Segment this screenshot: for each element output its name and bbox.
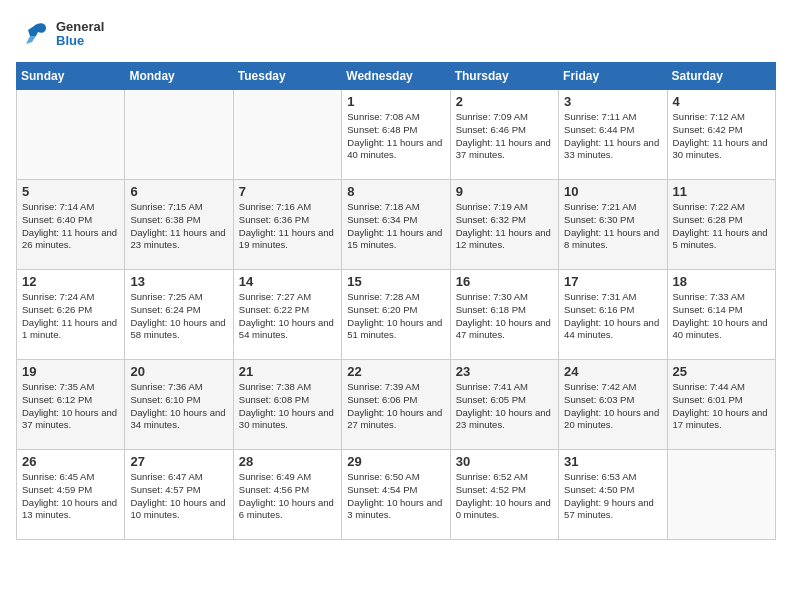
day-number: 10 — [564, 184, 661, 199]
cell-details: Sunrise: 7:14 AM Sunset: 6:40 PM Dayligh… — [22, 201, 119, 252]
day-number: 29 — [347, 454, 444, 469]
day-number: 18 — [673, 274, 770, 289]
cell-details: Sunrise: 7:41 AM Sunset: 6:05 PM Dayligh… — [456, 381, 553, 432]
calendar-cell: 10Sunrise: 7:21 AM Sunset: 6:30 PM Dayli… — [559, 180, 667, 270]
day-number: 7 — [239, 184, 336, 199]
day-number: 27 — [130, 454, 227, 469]
calendar-cell — [17, 90, 125, 180]
weekday-header-thursday: Thursday — [450, 63, 558, 90]
calendar-cell: 12Sunrise: 7:24 AM Sunset: 6:26 PM Dayli… — [17, 270, 125, 360]
day-number: 21 — [239, 364, 336, 379]
day-number: 28 — [239, 454, 336, 469]
weekday-header-tuesday: Tuesday — [233, 63, 341, 90]
day-number: 3 — [564, 94, 661, 109]
logo-text: General Blue — [56, 20, 104, 49]
day-number: 14 — [239, 274, 336, 289]
calendar-cell: 13Sunrise: 7:25 AM Sunset: 6:24 PM Dayli… — [125, 270, 233, 360]
cell-details: Sunrise: 7:15 AM Sunset: 6:38 PM Dayligh… — [130, 201, 227, 252]
cell-details: Sunrise: 7:31 AM Sunset: 6:16 PM Dayligh… — [564, 291, 661, 342]
cell-details: Sunrise: 7:38 AM Sunset: 6:08 PM Dayligh… — [239, 381, 336, 432]
calendar-cell: 22Sunrise: 7:39 AM Sunset: 6:06 PM Dayli… — [342, 360, 450, 450]
cell-details: Sunrise: 7:24 AM Sunset: 6:26 PM Dayligh… — [22, 291, 119, 342]
cell-details: Sunrise: 6:50 AM Sunset: 4:54 PM Dayligh… — [347, 471, 444, 522]
weekday-header-saturday: Saturday — [667, 63, 775, 90]
cell-details: Sunrise: 7:39 AM Sunset: 6:06 PM Dayligh… — [347, 381, 444, 432]
day-number: 30 — [456, 454, 553, 469]
day-number: 17 — [564, 274, 661, 289]
day-number: 22 — [347, 364, 444, 379]
cell-details: Sunrise: 7:42 AM Sunset: 6:03 PM Dayligh… — [564, 381, 661, 432]
calendar-cell: 15Sunrise: 7:28 AM Sunset: 6:20 PM Dayli… — [342, 270, 450, 360]
day-number: 9 — [456, 184, 553, 199]
day-number: 12 — [22, 274, 119, 289]
day-number: 24 — [564, 364, 661, 379]
cell-details: Sunrise: 7:25 AM Sunset: 6:24 PM Dayligh… — [130, 291, 227, 342]
cell-details: Sunrise: 7:36 AM Sunset: 6:10 PM Dayligh… — [130, 381, 227, 432]
day-number: 23 — [456, 364, 553, 379]
cell-details: Sunrise: 7:18 AM Sunset: 6:34 PM Dayligh… — [347, 201, 444, 252]
day-number: 13 — [130, 274, 227, 289]
day-number: 26 — [22, 454, 119, 469]
cell-details: Sunrise: 7:08 AM Sunset: 6:48 PM Dayligh… — [347, 111, 444, 162]
calendar-cell: 8Sunrise: 7:18 AM Sunset: 6:34 PM Daylig… — [342, 180, 450, 270]
day-number: 1 — [347, 94, 444, 109]
weekday-header-monday: Monday — [125, 63, 233, 90]
cell-details: Sunrise: 7:09 AM Sunset: 6:46 PM Dayligh… — [456, 111, 553, 162]
calendar-cell: 29Sunrise: 6:50 AM Sunset: 4:54 PM Dayli… — [342, 450, 450, 540]
cell-details: Sunrise: 6:53 AM Sunset: 4:50 PM Dayligh… — [564, 471, 661, 522]
calendar-cell: 17Sunrise: 7:31 AM Sunset: 6:16 PM Dayli… — [559, 270, 667, 360]
calendar-cell: 18Sunrise: 7:33 AM Sunset: 6:14 PM Dayli… — [667, 270, 775, 360]
calendar-cell — [667, 450, 775, 540]
calendar-cell: 25Sunrise: 7:44 AM Sunset: 6:01 PM Dayli… — [667, 360, 775, 450]
calendar-cell: 31Sunrise: 6:53 AM Sunset: 4:50 PM Dayli… — [559, 450, 667, 540]
calendar-cell: 7Sunrise: 7:16 AM Sunset: 6:36 PM Daylig… — [233, 180, 341, 270]
calendar-cell: 20Sunrise: 7:36 AM Sunset: 6:10 PM Dayli… — [125, 360, 233, 450]
logo: General Blue — [16, 16, 104, 52]
cell-details: Sunrise: 6:47 AM Sunset: 4:57 PM Dayligh… — [130, 471, 227, 522]
day-number: 2 — [456, 94, 553, 109]
weekday-header-sunday: Sunday — [17, 63, 125, 90]
cell-details: Sunrise: 7:12 AM Sunset: 6:42 PM Dayligh… — [673, 111, 770, 162]
calendar-cell: 26Sunrise: 6:45 AM Sunset: 4:59 PM Dayli… — [17, 450, 125, 540]
cell-details: Sunrise: 7:44 AM Sunset: 6:01 PM Dayligh… — [673, 381, 770, 432]
calendar-cell: 21Sunrise: 7:38 AM Sunset: 6:08 PM Dayli… — [233, 360, 341, 450]
cell-details: Sunrise: 6:45 AM Sunset: 4:59 PM Dayligh… — [22, 471, 119, 522]
day-number: 8 — [347, 184, 444, 199]
calendar-cell: 24Sunrise: 7:42 AM Sunset: 6:03 PM Dayli… — [559, 360, 667, 450]
day-number: 20 — [130, 364, 227, 379]
calendar-cell: 11Sunrise: 7:22 AM Sunset: 6:28 PM Dayli… — [667, 180, 775, 270]
page-header: General Blue — [16, 16, 776, 52]
calendar-cell: 28Sunrise: 6:49 AM Sunset: 4:56 PM Dayli… — [233, 450, 341, 540]
weekday-header-friday: Friday — [559, 63, 667, 90]
cell-details: Sunrise: 6:49 AM Sunset: 4:56 PM Dayligh… — [239, 471, 336, 522]
day-number: 31 — [564, 454, 661, 469]
day-number: 15 — [347, 274, 444, 289]
calendar-cell: 14Sunrise: 7:27 AM Sunset: 6:22 PM Dayli… — [233, 270, 341, 360]
calendar-cell: 30Sunrise: 6:52 AM Sunset: 4:52 PM Dayli… — [450, 450, 558, 540]
calendar-cell: 4Sunrise: 7:12 AM Sunset: 6:42 PM Daylig… — [667, 90, 775, 180]
calendar-cell: 6Sunrise: 7:15 AM Sunset: 6:38 PM Daylig… — [125, 180, 233, 270]
cell-details: Sunrise: 7:19 AM Sunset: 6:32 PM Dayligh… — [456, 201, 553, 252]
cell-details: Sunrise: 7:16 AM Sunset: 6:36 PM Dayligh… — [239, 201, 336, 252]
calendar-cell: 19Sunrise: 7:35 AM Sunset: 6:12 PM Dayli… — [17, 360, 125, 450]
day-number: 11 — [673, 184, 770, 199]
cell-details: Sunrise: 7:33 AM Sunset: 6:14 PM Dayligh… — [673, 291, 770, 342]
day-number: 25 — [673, 364, 770, 379]
cell-details: Sunrise: 7:35 AM Sunset: 6:12 PM Dayligh… — [22, 381, 119, 432]
logo-bird-icon — [16, 16, 52, 52]
weekday-header-wednesday: Wednesday — [342, 63, 450, 90]
day-number: 6 — [130, 184, 227, 199]
cell-details: Sunrise: 7:11 AM Sunset: 6:44 PM Dayligh… — [564, 111, 661, 162]
calendar-cell: 16Sunrise: 7:30 AM Sunset: 6:18 PM Dayli… — [450, 270, 558, 360]
calendar-cell: 27Sunrise: 6:47 AM Sunset: 4:57 PM Dayli… — [125, 450, 233, 540]
day-number: 19 — [22, 364, 119, 379]
calendar-cell: 23Sunrise: 7:41 AM Sunset: 6:05 PM Dayli… — [450, 360, 558, 450]
calendar-cell — [233, 90, 341, 180]
calendar-cell: 1Sunrise: 7:08 AM Sunset: 6:48 PM Daylig… — [342, 90, 450, 180]
calendar-cell: 3Sunrise: 7:11 AM Sunset: 6:44 PM Daylig… — [559, 90, 667, 180]
day-number: 4 — [673, 94, 770, 109]
calendar-cell — [125, 90, 233, 180]
day-number: 16 — [456, 274, 553, 289]
cell-details: Sunrise: 7:21 AM Sunset: 6:30 PM Dayligh… — [564, 201, 661, 252]
calendar-cell: 2Sunrise: 7:09 AM Sunset: 6:46 PM Daylig… — [450, 90, 558, 180]
